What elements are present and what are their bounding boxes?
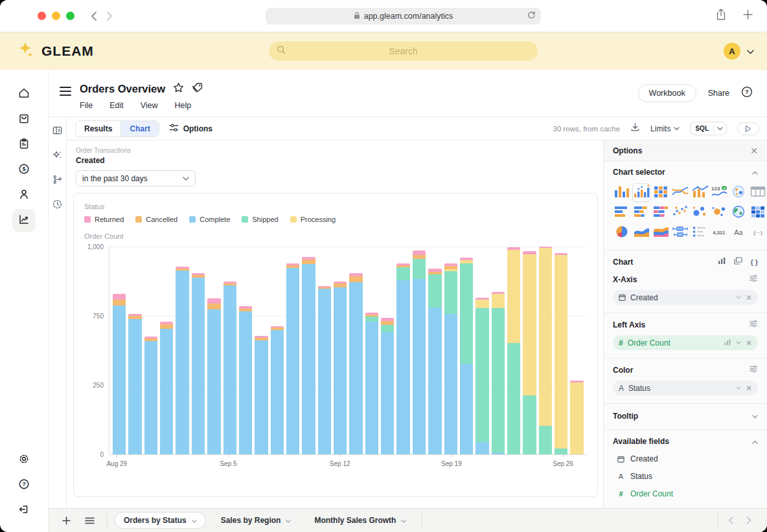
chart-type-bubble-chart[interactable] — [691, 203, 709, 222]
sidebar-item-help[interactable]: ? — [12, 474, 36, 497]
chart-type-stacked-column-chart[interactable] — [652, 183, 670, 202]
stacked-bar-sep-16[interactable] — [396, 247, 409, 454]
chart-type-kpi-chart[interactable]: 123 — [710, 183, 728, 202]
chart-type-stacked-area-chart[interactable] — [652, 223, 670, 242]
stacked-bar-sep-21[interactable] — [475, 247, 488, 454]
chart-selector-header[interactable]: Chart selector — [613, 168, 758, 177]
chart-type-column-line-chart[interactable] — [632, 183, 650, 202]
stacked-bar-sep-8[interactable] — [271, 247, 284, 454]
date-filter-dropdown[interactable]: in the past 30 days — [76, 170, 196, 186]
stacked-bar-sep-18[interactable] — [428, 247, 441, 454]
tooltip-header[interactable]: Tooltip — [613, 412, 758, 421]
legend-item-complete[interactable]: Complete — [189, 216, 230, 223]
menu-help[interactable]: Help — [175, 101, 192, 110]
help-icon[interactable]: ? — [741, 86, 753, 100]
page-list-icon[interactable] — [80, 515, 100, 527]
stacked-bar-sep-9[interactable] — [286, 247, 299, 454]
chevron-down-icon[interactable] — [736, 296, 741, 299]
limits-dropdown[interactable]: Limits — [650, 124, 680, 133]
zoom-window-button[interactable] — [66, 12, 74, 20]
chart-type-table[interactable] — [749, 183, 767, 202]
options-button[interactable]: Options — [169, 124, 212, 134]
account-chevron-down-icon[interactable] — [747, 45, 754, 57]
sidebar-item-inventory[interactable] — [12, 133, 36, 157]
global-search[interactable] — [269, 41, 538, 61]
stacked-bar-sep-5[interactable] — [223, 247, 236, 454]
close-window-button[interactable] — [38, 12, 46, 20]
hamburger-menu-icon[interactable] — [60, 87, 71, 96]
left-axis-field-pill[interactable]: # Order Count ✕ — [613, 335, 758, 350]
browser-forward-icon[interactable] — [106, 11, 113, 21]
sidebar-item-customers[interactable] — [12, 184, 36, 207]
browser-back-icon[interactable] — [90, 11, 97, 21]
chart-type-text-element[interactable]: Aa — [729, 223, 748, 242]
window-icon[interactable] — [734, 257, 742, 267]
legend-item-returned[interactable]: Returned — [84, 216, 124, 223]
available-fields-header[interactable]: Available fields — [613, 437, 758, 446]
stacked-bar-sep-11[interactable] — [318, 247, 331, 454]
page-tab-sales-by-region[interactable]: Sales by Region — [212, 513, 300, 528]
mini-bars-icon[interactable] — [718, 257, 726, 267]
stacked-bar-sep-7[interactable] — [255, 247, 268, 454]
available-field-created[interactable]: Created — [617, 454, 758, 463]
page-tab-orders-by-status[interactable]: Orders by Status — [115, 512, 206, 529]
chart-type-stacked-bar-chart[interactable] — [632, 203, 650, 222]
history-icon[interactable] — [52, 199, 63, 212]
sidebar-item-home[interactable] — [12, 83, 36, 106]
chevron-down-icon[interactable] — [736, 341, 741, 344]
prev-page-icon[interactable] — [722, 514, 740, 527]
sql-chevron-down-icon[interactable] — [713, 124, 726, 133]
left-axis-settings-icon[interactable] — [749, 320, 758, 329]
menu-view[interactable]: View — [141, 101, 158, 110]
close-icon[interactable]: ✕ — [750, 146, 758, 156]
minimize-window-button[interactable] — [52, 12, 60, 20]
stacked-bar-sep-4[interactable] — [207, 247, 220, 454]
chart-type-grouped-stacked-bar-chart[interactable] — [652, 203, 670, 222]
legend-item-processing[interactable]: Processing — [290, 216, 336, 223]
chart-type-area-chart[interactable] — [632, 223, 650, 242]
legend-item-shipped[interactable]: Shipped — [242, 216, 278, 223]
chart-type-line-chart[interactable] — [671, 183, 689, 202]
sidebar-item-finance[interactable]: $ — [12, 159, 36, 182]
menu-edit[interactable]: Edit — [109, 101, 124, 110]
color-field-pill[interactable]: A Status ✕ — [613, 381, 758, 395]
reload-icon[interactable] — [527, 11, 536, 21]
legend-item-cancelled[interactable]: Cancelled — [135, 216, 177, 223]
x-axis-settings-icon[interactable] — [749, 274, 758, 284]
brand[interactable]: GLEAM — [16, 40, 94, 62]
workbook-button[interactable]: Workbook — [638, 84, 696, 102]
stacked-bar-aug-29[interactable] — [113, 247, 126, 454]
stacked-bar-sep-17[interactable] — [413, 247, 426, 454]
stacked-bar-sep-25[interactable] — [539, 247, 552, 454]
chart-type-geo-bubble-chart[interactable] — [729, 183, 748, 202]
x-axis-field-pill[interactable]: Created ✕ — [613, 290, 758, 305]
braces-icon[interactable]: { } — [750, 258, 758, 266]
sidebar-item-orders[interactable] — [12, 108, 36, 131]
chart-type-column-chart[interactable] — [613, 183, 631, 202]
chart-type-box-plot[interactable] — [671, 223, 689, 242]
tab-chevron-down-icon[interactable] — [401, 516, 406, 525]
stacked-bar-sep-3[interactable] — [192, 247, 205, 454]
stacked-bar-sep-24[interactable] — [523, 247, 536, 454]
chevron-down-icon[interactable] — [736, 386, 741, 390]
share-page-icon[interactable] — [716, 8, 726, 23]
stacked-bar-sep-26[interactable] — [555, 247, 567, 454]
sidebar-item-logout[interactable] — [12, 499, 36, 522]
panel-toggle-icon[interactable] — [52, 125, 63, 139]
chart-type-list-chart[interactable] — [691, 223, 709, 242]
tab-chevron-down-icon[interactable] — [286, 516, 291, 525]
stacked-bar-sep-27[interactable] — [570, 247, 583, 454]
stacked-bar-sep-2[interactable] — [176, 247, 189, 454]
sidebar-item-settings[interactable] — [12, 449, 36, 472]
stacked-bar-sep-22[interactable] — [492, 247, 505, 454]
branch-icon[interactable] — [52, 174, 63, 188]
search-input[interactable] — [286, 46, 521, 56]
chart-type-scatter-plot[interactable] — [671, 203, 689, 222]
add-page-icon[interactable] — [57, 514, 76, 527]
chart-type-heatmap[interactable] — [749, 203, 767, 222]
stacked-bar-sep-12[interactable] — [334, 247, 347, 454]
stacked-bar-sep-14[interactable] — [365, 247, 378, 454]
stacked-bar-sep-13[interactable] — [349, 247, 362, 454]
chart-type-pie-chart[interactable] — [613, 223, 631, 242]
stacked-bar-aug-30[interactable] — [128, 247, 141, 454]
